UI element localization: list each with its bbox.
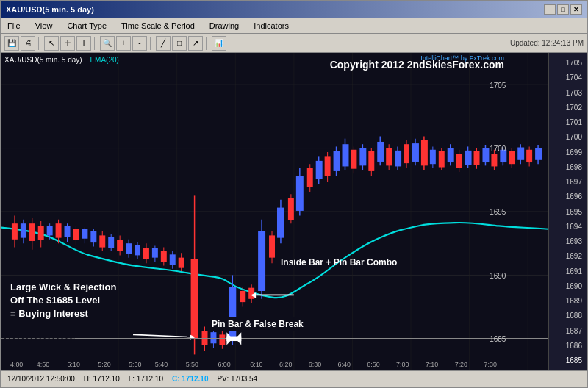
svg-rect-25 [47, 226, 53, 235]
main-window: XAU/USD(5 min. 5 day) _ □ ✕ File View Ch… [0, 0, 588, 388]
tb-zoom-out-btn[interactable]: - [132, 36, 147, 51]
svg-rect-35 [90, 231, 96, 242]
svg-text:6:40: 6:40 [338, 360, 351, 367]
svg-text:5:30: 5:30 [129, 360, 141, 367]
svg-text:5:20: 5:20 [98, 360, 110, 367]
svg-text:7:00: 7:00 [396, 360, 409, 367]
price-1702: 1702 [551, 104, 585, 112]
tb-draw-arrow-btn[interactable]: ↗ [188, 36, 203, 51]
svg-rect-65 [229, 287, 236, 339]
svg-rect-129 [517, 148, 524, 160]
menu-view[interactable]: View [32, 20, 56, 32]
price-1686: 1686 [551, 342, 585, 350]
svg-rect-23 [38, 226, 44, 240]
svg-rect-63 [219, 334, 225, 345]
status-high: H: 1712.10 [84, 375, 120, 383]
menu-time-scale[interactable]: Time Scale & Period [118, 20, 198, 32]
price-1705: 1705 [551, 59, 585, 67]
tb-indicator-btn[interactable]: 📊 [212, 36, 226, 51]
svg-rect-91 [351, 150, 356, 169]
price-1697: 1697 [551, 178, 585, 186]
svg-text:5:50: 5:50 [186, 360, 198, 367]
tb-zoom-btn[interactable]: 🔍 [100, 36, 115, 51]
svg-rect-87 [334, 151, 340, 171]
svg-rect-107 [421, 140, 428, 166]
svg-rect-29 [65, 226, 71, 237]
svg-rect-127 [509, 151, 514, 164]
copyright-text: Copyright 2012 2ndSkiesForex.com [330, 59, 504, 71]
price-1690: 1690 [551, 282, 585, 290]
svg-text:1695: 1695 [490, 208, 506, 216]
price-1699: 1699 [551, 148, 585, 157]
svg-rect-101 [395, 151, 401, 167]
tb-print-btn[interactable]: 🖨 [21, 36, 35, 51]
svg-text:6:10: 6:10 [250, 360, 262, 367]
svg-rect-77 [288, 198, 294, 220]
status-bar: 12/10/2012 12:50:00 H: 1712.10 L: 1712.1… [1, 370, 587, 387]
menu-drawing[interactable]: Drawing [207, 20, 242, 32]
price-1689: 1689 [551, 297, 585, 305]
price-1703: 1703 [551, 89, 585, 97]
title-bar-buttons[interactable]: _ □ ✕ [544, 4, 582, 15]
price-1691: 1691 [551, 267, 585, 276]
svg-rect-97 [377, 142, 384, 162]
svg-rect-55 [179, 258, 184, 268]
minimize-button[interactable]: _ [544, 4, 556, 15]
tb-save-btn[interactable]: 💾 [4, 36, 19, 51]
svg-text:7:20: 7:20 [455, 360, 467, 367]
tb-text-btn[interactable]: T [76, 36, 91, 51]
status-close: C: 1712.10 [172, 375, 208, 383]
tb-draw-rect-btn[interactable]: □ [172, 36, 187, 51]
svg-rect-71 [258, 231, 265, 291]
svg-rect-109 [430, 150, 436, 164]
svg-rect-133 [535, 148, 542, 160]
tb-draw-line-btn[interactable]: ╱ [156, 36, 171, 51]
tb-sep3 [150, 37, 153, 50]
svg-rect-27 [56, 223, 62, 237]
tb-zoom-in-btn[interactable]: + [116, 36, 131, 51]
svg-rect-75 [277, 208, 284, 238]
price-axis: 1705 1704 1703 1702 1701 1700 1699 1698 … [548, 53, 587, 370]
close-button[interactable]: ✕ [570, 4, 582, 15]
price-1694: 1694 [551, 223, 585, 231]
price-1688: 1688 [551, 312, 585, 320]
svg-rect-19 [21, 223, 26, 237]
svg-rect-123 [491, 154, 497, 166]
svg-rect-57 [191, 259, 198, 339]
maximize-button[interactable]: □ [557, 4, 569, 15]
svg-rect-73 [269, 235, 275, 257]
svg-rect-115 [456, 154, 462, 168]
menu-indicators[interactable]: Indicators [251, 20, 292, 32]
price-1700: 1700 [551, 133, 585, 141]
svg-text:6:20: 6:20 [279, 360, 292, 367]
menu-file[interactable]: File [4, 20, 24, 32]
svg-rect-17 [12, 223, 18, 240]
price-1693: 1693 [551, 237, 585, 245]
tb-arrow-btn[interactable]: ↖ [44, 36, 59, 51]
title-bar: XAU/USD(5 min. 5 day) _ □ ✕ [1, 1, 587, 18]
price-1701: 1701 [551, 118, 585, 126]
svg-rect-103 [404, 144, 409, 163]
svg-rect-51 [161, 251, 167, 262]
tb-sep4 [206, 37, 209, 50]
svg-rect-93 [359, 148, 366, 166]
svg-rect-111 [439, 151, 445, 168]
svg-rect-83 [316, 161, 323, 179]
tb-sep2 [94, 37, 97, 50]
menu-chart-type[interactable]: Chart Type [64, 20, 110, 32]
chart-container: XAU/USD(5 min. 5 day) EMA(20) IntelliCha… [1, 53, 587, 370]
price-1698: 1698 [551, 163, 585, 171]
svg-rect-105 [412, 143, 419, 162]
svg-text:4:00: 4:00 [10, 360, 23, 367]
svg-rect-121 [482, 148, 489, 162]
svg-rect-49 [152, 248, 158, 258]
updated-label: Updated: 12:24:13 PM [510, 39, 584, 47]
svg-rect-69 [248, 288, 254, 299]
svg-rect-79 [296, 176, 304, 211]
tb-crosshair-btn[interactable]: ✛ [60, 36, 75, 51]
svg-rect-41 [117, 240, 123, 251]
toolbar: 💾 🖨 ↖ ✛ T 🔍 + - ╱ □ ↗ 📊 Updated: 12:24:1… [1, 34, 587, 53]
svg-rect-81 [307, 168, 313, 187]
svg-rect-67 [240, 291, 245, 302]
svg-rect-47 [143, 248, 149, 259]
